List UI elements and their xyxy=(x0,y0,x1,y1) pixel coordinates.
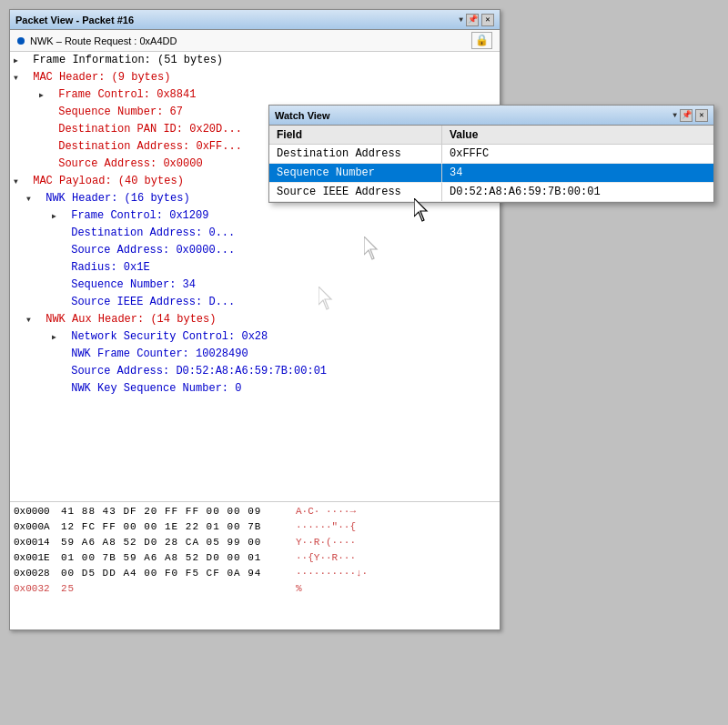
watch-close-button[interactable]: ✕ xyxy=(695,109,708,122)
nwk-item-0: Frame Control: 0x1209 xyxy=(71,209,208,222)
nwk-0-arrow[interactable]: ▶ xyxy=(52,209,63,224)
mac-payload-label: MAC Payload: (40 bytes) xyxy=(33,175,184,187)
mac-header-arrow[interactable]: ▼ xyxy=(14,71,25,86)
tree-item-nwk-3[interactable]: Radius: 0x1E xyxy=(10,259,500,277)
nwk-5-spacer xyxy=(52,296,63,310)
tree-item-aux-0[interactable]: ▶ Network Security Control: 0x28 xyxy=(10,328,500,346)
hex-ascii-0: A·C· ····→ xyxy=(296,504,356,519)
mac-item-4: Source Address: 0x0000 xyxy=(58,157,202,170)
mac-2-spacer xyxy=(39,123,50,137)
nwk-2-spacer xyxy=(52,244,63,258)
watch-titlebar-controls: ▼ 📌 ✕ xyxy=(672,109,708,122)
watch-field-0: Destination Address xyxy=(269,145,442,163)
watch-value-0: 0xFFFC xyxy=(442,145,713,163)
mac-payload-arrow[interactable]: ▼ xyxy=(14,175,25,189)
hex-row-1: 0x000A 12 FC FF 00 00 1E 22 01 00 7B ···… xyxy=(14,519,496,535)
mac-item-0: Frame Control: 0x8841 xyxy=(58,88,196,101)
hex-ascii-2: Y··R·(···· xyxy=(296,535,356,550)
nwk-4-spacer xyxy=(52,278,63,293)
aux-0-arrow[interactable]: ▶ xyxy=(52,330,63,345)
mac-header-label: MAC Header: (9 bytes) xyxy=(33,71,170,84)
status-dot xyxy=(17,37,25,45)
nwk-3-spacer xyxy=(52,261,63,276)
aux-3-spacer xyxy=(52,382,63,397)
packet-view-titlebar: Packet View - Packet #16 ▼ 📌 ✕ xyxy=(10,10,500,30)
mac-item-2: Destination PAN ID: 0x20D... xyxy=(58,123,242,136)
watch-view-titlebar: Watch View ▼ 📌 ✕ xyxy=(269,106,713,126)
nwk-item-1: Destination Address: 0... xyxy=(71,227,235,239)
nwk-item-3: Radius: 0x1E xyxy=(71,261,149,274)
hex-row-4: 0x0028 00 D5 DD A4 00 F0 F5 CF 0A 94 ···… xyxy=(14,566,496,581)
mac-3-spacer xyxy=(39,140,50,155)
tree-item-mac-header[interactable]: ▼ MAC Header: (9 bytes) xyxy=(10,69,500,86)
mac-0-arrow[interactable]: ▶ xyxy=(39,88,50,103)
pin-button[interactable]: 📌 xyxy=(466,14,479,26)
watch-value-1: 34 xyxy=(442,164,713,182)
tree-item-aux-2[interactable]: Source Address: D0:52:A8:A6:59:7B:00:01 xyxy=(10,363,500,380)
hex-ascii-1: ······"··{ xyxy=(296,519,356,535)
frame-info-label: Frame Information: (51 bytes) xyxy=(33,54,223,66)
hex-bytes-0: 41 88 43 DF 20 FF FF 00 00 09 xyxy=(61,504,288,519)
hex-row-3: 0x001E 01 00 7B 59 A6 A8 52 D0 00 01 ··{… xyxy=(14,550,496,566)
nwk-bar: NWK – Route Request : 0xA4DD 🔒 xyxy=(10,30,500,52)
nwk-1-spacer xyxy=(52,227,63,241)
watch-row-2[interactable]: Source IEEE Address D0:52:A8:A6:59:7B:00… xyxy=(269,183,713,202)
tree-item-aux-1[interactable]: NWK Frame Counter: 10028490 xyxy=(10,346,500,363)
hex-bytes-2: 59 A6 A8 52 D0 28 CA 05 99 00 xyxy=(61,535,288,550)
watch-row-0[interactable]: Destination Address 0xFFFC xyxy=(269,145,713,164)
hex-offset-5: 0x0032 xyxy=(14,581,54,597)
nwk-item-2: Source Address: 0x0000... xyxy=(71,244,235,257)
aux-2-spacer xyxy=(52,365,63,379)
tree-item-nwk-0[interactable]: ▶ Frame Control: 0x1209 xyxy=(10,207,500,225)
tree-item-nwk-1[interactable]: Destination Address: 0... xyxy=(10,225,500,242)
mac-item-3: Destination Address: 0xFF... xyxy=(58,140,242,153)
titlebar-controls: ▼ 📌 ✕ xyxy=(459,14,494,26)
hex-row-5: 0x0032 25 % xyxy=(14,581,496,597)
tree-item-nwk-aux-header[interactable]: ▼ NWK Aux Header: (14 bytes) xyxy=(10,311,500,328)
packet-view-title: Packet View - Packet #16 xyxy=(15,15,134,25)
dropdown-icon[interactable]: ▼ xyxy=(459,15,463,24)
tree-item-nwk-5[interactable]: Source IEEE Address: D... xyxy=(10,294,500,311)
hex-row-2: 0x0014 59 A6 A8 52 D0 28 CA 05 99 00 Y··… xyxy=(14,535,496,550)
hex-dump-area: 0x0000 41 88 43 DF 20 FF FF 00 00 09 A·C… xyxy=(10,502,500,629)
aux-1-spacer xyxy=(52,347,63,362)
hex-ascii-5: % xyxy=(296,581,302,597)
hex-offset-1: 0x000A xyxy=(14,519,54,535)
watch-value-2: D0:52:A8:A6:59:7B:00:01 xyxy=(442,183,713,201)
mac-item-1: Sequence Number: 67 xyxy=(58,106,183,118)
watch-dropdown-icon[interactable]: ▼ xyxy=(672,111,677,119)
lock-icon[interactable]: 🔒 xyxy=(471,32,492,49)
nwk-label: NWK – Route Request : 0xA4DD xyxy=(30,35,471,46)
hex-offset-0: 0x0000 xyxy=(14,504,54,519)
packet-view-window: Packet View - Packet #16 ▼ 📌 ✕ NWK – Rou… xyxy=(9,9,500,630)
close-button[interactable]: ✕ xyxy=(481,14,494,26)
nwk-header-label: NWK Header: (16 bytes) xyxy=(46,192,189,205)
aux-item-3: NWK Key Sequence Number: 0 xyxy=(71,382,241,395)
mac-1-spacer xyxy=(39,106,50,120)
aux-item-2: Source Address: D0:52:A8:A6:59:7B:00:01 xyxy=(71,365,327,378)
watch-header-row: Field Value xyxy=(269,126,713,145)
hex-row-0: 0x0000 41 88 43 DF 20 FF FF 00 00 09 A·C… xyxy=(14,504,496,519)
aux-item-1: NWK Frame Counter: 10028490 xyxy=(71,347,248,360)
expand-arrow[interactable]: ▶ xyxy=(14,54,25,68)
watch-field-2: Source IEEE Address xyxy=(269,183,442,201)
watch-view-window: Watch View ▼ 📌 ✕ Field Value Destination… xyxy=(268,105,714,203)
hex-bytes-5: 25 xyxy=(61,581,288,597)
aux-item-0: Network Security Control: 0x28 xyxy=(71,330,268,343)
nwk-aux-arrow[interactable]: ▼ xyxy=(26,313,37,327)
watch-col-field-header: Field xyxy=(269,126,442,144)
nwk-header-arrow[interactable]: ▼ xyxy=(26,192,37,206)
tree-item-frame-info[interactable]: ▶ Frame Information: (51 bytes) xyxy=(10,52,500,69)
watch-field-1: Sequence Number xyxy=(269,164,442,182)
watch-row-1[interactable]: Sequence Number 34 xyxy=(269,164,713,183)
tree-item-aux-3[interactable]: NWK Key Sequence Number: 0 xyxy=(10,380,500,398)
hex-bytes-3: 01 00 7B 59 A6 A8 52 D0 00 01 xyxy=(61,550,288,566)
tree-item-mac-0[interactable]: ▶ Frame Control: 0x8841 xyxy=(10,86,500,104)
watch-view-title: Watch View xyxy=(275,110,330,121)
hex-bytes-4: 00 D5 DD A4 00 F0 F5 CF 0A 94 xyxy=(61,566,288,581)
watch-pin-button[interactable]: 📌 xyxy=(680,109,693,122)
mac-4-spacer xyxy=(39,157,50,172)
tree-item-nwk-2[interactable]: Source Address: 0x0000... xyxy=(10,242,500,259)
tree-item-nwk-4[interactable]: Sequence Number: 34 xyxy=(10,277,500,294)
hex-ascii-4: ··········↓· xyxy=(296,566,368,581)
